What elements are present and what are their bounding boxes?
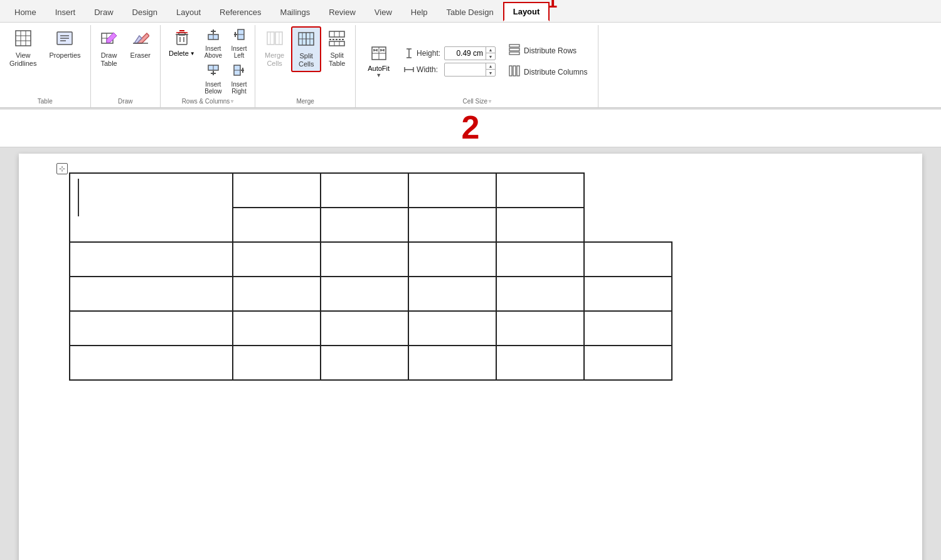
svg-rect-15 <box>177 34 187 45</box>
table-cell[interactable] <box>321 277 408 311</box>
table-cell[interactable] <box>584 311 672 346</box>
table-cell[interactable] <box>233 208 321 242</box>
split-cells-button[interactable]: Split Cells <box>291 26 321 72</box>
table-cell[interactable] <box>584 346 672 380</box>
delete-icon <box>173 29 191 50</box>
view-gridlines-button[interactable]: View Gridlines <box>4 26 42 71</box>
tab-help[interactable]: Help <box>401 3 437 21</box>
tab-view[interactable]: View <box>365 3 401 21</box>
table-cell[interactable] <box>408 311 496 346</box>
insert-left-button[interactable]: Insert Left <box>227 26 251 61</box>
table-cell[interactable] <box>233 346 321 380</box>
eraser-label: Eraser <box>130 51 151 60</box>
insert-buttons: Insert Above Insert Below <box>201 26 251 97</box>
tab-layout[interactable]: Layout <box>167 3 210 21</box>
svg-rect-47 <box>329 31 344 37</box>
table-cell[interactable] <box>408 208 496 242</box>
merge-cells-icon <box>266 29 284 50</box>
draw-table-label: Draw Table <box>100 51 117 68</box>
table-cell[interactable] <box>496 208 584 242</box>
table-cell[interactable] <box>233 277 321 311</box>
table-cell[interactable] <box>408 346 496 380</box>
tab-layout-active[interactable]: Layout 1 <box>503 2 550 21</box>
svg-rect-74 <box>517 66 519 76</box>
rows-columns-expand-icon[interactable]: ▿ <box>231 98 233 104</box>
main-badge: 2 <box>462 111 480 144</box>
group-rows-columns-label: Rows & Columns ▿ <box>164 97 251 107</box>
table-cell[interactable] <box>408 173 496 208</box>
table-cell[interactable] <box>70 277 233 311</box>
group-draw-content: Draw Table Eraser <box>95 26 156 97</box>
width-decrement[interactable]: ▼ <box>486 70 495 77</box>
table-cell[interactable] <box>496 277 584 311</box>
table-cell[interactable] <box>321 208 408 242</box>
split-table-icon <box>328 29 346 50</box>
insert-right-button[interactable]: Insert Right <box>227 62 251 97</box>
table-cell[interactable] <box>70 346 233 380</box>
table-cell[interactable] <box>70 242 233 277</box>
autofit-icon <box>370 45 388 65</box>
merge-cells-button[interactable]: Merge Cells <box>259 26 290 71</box>
draw-table-button[interactable]: Draw Table <box>95 26 124 71</box>
tab-table-design[interactable]: Table Design <box>437 3 503 21</box>
tab-insert[interactable]: Insert <box>46 3 85 21</box>
table-cell-merged[interactable] <box>70 173 233 242</box>
cell-size-expand-icon[interactable]: ▿ <box>489 98 491 104</box>
group-draw-label: Draw <box>95 97 156 107</box>
insert-below-button[interactable]: Insert Below <box>201 62 226 97</box>
distribute-rows-button[interactable]: Distribute Rows <box>504 41 592 60</box>
split-cells-label: Split Cells <box>299 52 314 68</box>
table-cell[interactable] <box>584 277 672 311</box>
eraser-icon <box>132 29 149 50</box>
table-cell[interactable] <box>321 173 408 208</box>
table-cell[interactable] <box>233 242 321 277</box>
tab-draw[interactable]: Draw <box>85 3 122 21</box>
table-cell[interactable] <box>408 277 496 311</box>
split-table-label: Split Table <box>329 51 345 68</box>
distribute-columns-button[interactable]: Distribute Columns <box>504 63 592 82</box>
autofit-inner[interactable]: AutoFit ▼ <box>363 41 394 82</box>
eraser-button[interactable]: Eraser <box>125 26 156 63</box>
tab-home[interactable]: Home <box>5 3 46 21</box>
properties-button[interactable]: Properties <box>43 26 86 63</box>
height-input[interactable] <box>445 48 486 59</box>
height-row: Height: ▲ ▼ <box>404 46 496 60</box>
table-cell[interactable] <box>70 311 233 346</box>
svg-rect-71 <box>509 52 519 55</box>
insert-below-icon <box>207 64 220 80</box>
tab-badge: 1 <box>548 0 558 12</box>
table-cell[interactable] <box>233 173 321 208</box>
insert-above-button[interactable]: Insert Above <box>201 26 226 61</box>
autofit-button[interactable]: AutoFit ▼ <box>359 39 398 84</box>
distribute-rows-icon <box>509 44 520 58</box>
table-cell[interactable] <box>496 173 584 208</box>
width-input[interactable] <box>445 64 486 75</box>
table-cell[interactable] <box>233 311 321 346</box>
tab-references[interactable]: References <box>210 3 270 21</box>
table-cell[interactable] <box>584 242 672 277</box>
table-cell[interactable] <box>496 346 584 380</box>
insert-above-icon <box>207 28 220 44</box>
width-increment[interactable]: ▲ <box>486 63 495 70</box>
table-cell[interactable] <box>321 311 408 346</box>
height-increment[interactable]: ▲ <box>486 46 495 53</box>
tab-review[interactable]: Review <box>319 3 365 21</box>
group-merge-content: Merge Cells Split Cells <box>259 26 351 97</box>
split-table-button[interactable]: Split Table <box>322 26 351 71</box>
width-label: Width: <box>404 65 442 75</box>
table-move-handle[interactable]: ⊹ <box>56 163 68 174</box>
autofit-arrow-icon: ▼ <box>376 72 381 78</box>
tab-mailings[interactable]: Mailings <box>271 3 320 21</box>
height-decrement[interactable]: ▼ <box>486 53 495 60</box>
table-cell[interactable] <box>321 346 408 380</box>
table-cell[interactable] <box>496 242 584 277</box>
table-cell[interactable] <box>408 242 496 277</box>
tab-design[interactable]: Design <box>123 3 167 21</box>
group-table-label: Table <box>4 97 87 107</box>
text-cursor <box>78 179 79 216</box>
delete-button[interactable]: Delete ▼ <box>164 26 199 60</box>
word-table <box>69 172 673 381</box>
insert-above-below: Insert Above Insert Below <box>201 26 226 97</box>
table-cell[interactable] <box>321 242 408 277</box>
table-cell[interactable] <box>496 311 584 346</box>
